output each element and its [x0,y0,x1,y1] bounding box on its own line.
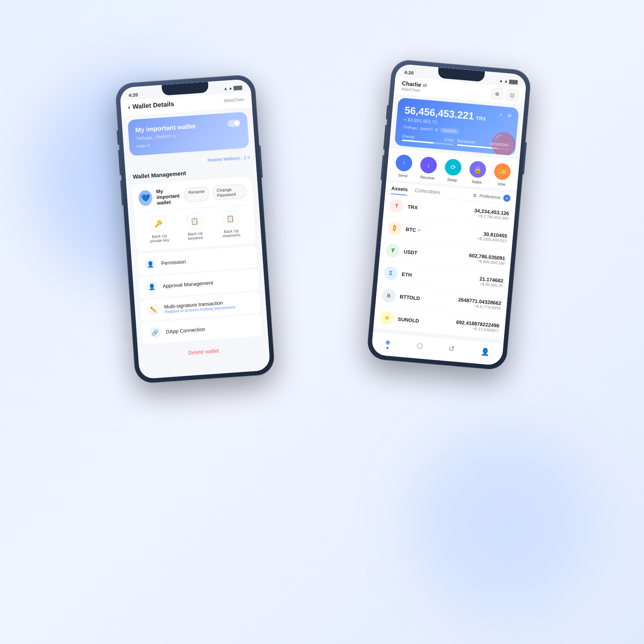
permission-icon: 👤 [144,258,156,270]
nav-discover-icon: ⬡ [416,341,423,350]
wallet-action-buttons: Rename Change Password [183,184,247,203]
swap-label: Swap [447,177,457,182]
wallet-name-label: My important wallet [156,187,180,206]
wallet-toggle[interactable] [227,119,240,127]
tab-assets[interactable]: Assets [391,182,408,195]
nav-dot [386,347,389,349]
stake-icon: 🔒 [469,161,487,179]
stake-action[interactable]: 🔒 Stake [468,161,487,185]
receive-action[interactable]: ↓ Receive [419,156,437,181]
dapp-label: DApp Connection [166,326,205,335]
trx-icon: T [389,199,404,213]
backup-mnemonic-icon: 📋 [222,211,238,227]
backup-keystore-icon: 📋 [186,213,203,229]
usdt-icon: ₮ [385,243,400,258]
non-hd-badge: Non-HD [440,127,459,134]
add-asset-button[interactable]: + [503,194,511,202]
backup-keystore[interactable]: 📋 Back Upkeystore [180,213,210,241]
eth-name: ETH [401,271,412,278]
nav-profile[interactable]: 👤 [480,347,490,356]
trx-values: 34,234,453.126 ≈$ 2,760,842,982 [474,208,509,220]
status-icons-left: ▲ ▲ ▓▓▓ [223,85,242,91]
asset-list: T TRX 34,234,453.126 ≈$ 2,760,842,982 ₿ … [373,194,516,340]
eye-icon[interactable]: 👁 [507,113,513,119]
backup-mnemonic[interactable]: 📋 Back Upmnemonic [215,210,246,238]
back-arrow-icon: ‹ [128,103,131,111]
send-label: Send [398,173,408,178]
swap-action[interactable]: ⟳ Swap [444,158,462,183]
dapp-icon: 🔗 [149,326,161,338]
scan-button[interactable]: ⊕ [491,88,504,100]
header-actions: ⊕ ⊡ [491,88,519,101]
backup-mnemonic-label: Back Upmnemonic [222,228,241,238]
tabs-right: ⇅ Preference + [473,192,511,202]
btc-icon: ₿ [387,221,402,235]
approval-icon: 👤 [146,281,158,293]
change-password-button[interactable]: Change Password [212,184,247,201]
stake-label: Stake [472,179,482,184]
btc-name: BTC ✓ [405,226,421,234]
back-button[interactable]: ‹ Wallet Details [128,100,174,111]
nav-discover[interactable]: ⬡ [416,341,423,350]
vote-label: Vote [497,181,506,186]
send-icon: ↑ [395,154,413,172]
energy-item: Energy 37/60 [402,134,454,145]
balance-card: 👁 ↗ 56,456,453.221 TRX ≈ $3,951,951.71 T… [394,97,519,156]
backup-row: 🔑 Back Upprivate key 📋 Back Upkeystore 📋… [140,205,250,245]
bttold-name: BTTOLD [400,294,420,301]
wallet-avatar: 💙 [138,190,153,206]
nav-history[interactable]: ↺ [448,344,455,353]
backup-key-label: Back Upprivate key [150,233,170,243]
preference-label[interactable]: Preference [479,193,501,200]
usdt-name: USDT [404,249,418,255]
backup-private-key[interactable]: 🔑 Back Upprivate key [144,215,174,243]
sunold-name: SUNOLD [397,316,419,324]
multisig-icon: ✏️ [147,304,160,316]
usdt-values: 602,786.035091 ≈$ 606,000.199 [468,252,505,265]
btc-values: 30.810455 ≈$ 1555,934,813 [477,230,508,243]
nav-history-icon: ↺ [448,344,455,353]
approval-label: Approval Management [162,280,213,289]
header-chain-left: MainChain [224,97,244,103]
receive-label: Receive [420,175,435,180]
nav-assets[interactable]: ◈ [385,337,391,349]
receive-icon: ↓ [420,156,438,174]
qr-button[interactable]: ⊡ [506,89,518,102]
time-left: 4:20 [128,92,138,98]
vote-action[interactable]: 🎫 Vote [493,163,511,187]
right-phone: 4:20 ▲ ▲ ▓▓▓ Charlie ⇄ MainChain ⊕ ⊡ [366,59,532,371]
trx-name: TRX [408,204,418,210]
nav-assets-icon: ◈ [385,337,391,346]
expand-icon[interactable]: ↗ [498,112,503,118]
header-title: Wallet Details [132,100,175,111]
time-right: 4:20 [404,69,414,75]
backup-keystore-label: Back Upkeystore [188,231,203,241]
permission-label: Permission [161,259,186,266]
eth-icon: Ξ [384,266,398,280]
eth-values: 21.174682 ≈$ 85,885.35 [479,276,503,288]
management-card: 💙 My important wallet Rename Change Pass… [132,176,256,252]
status-icons-right: ▲ ▲ ▓▓▓ [499,78,518,84]
user-info: Charlie ⇄ MainChain [401,80,428,93]
sunold-icon: ☀ [380,311,394,325]
preference-icon: ⇅ [473,193,477,198]
rename-button[interactable]: Rename [183,186,210,203]
copy-icon[interactable]: ⧉ [173,134,176,139]
wallet-card: My important wallet THPvaU...Fhn5YC ⧉ In… [127,112,249,156]
backup-key-icon: 🔑 [151,216,167,232]
vote-icon: 🎫 [493,163,511,181]
swap-icon: ⟳ [444,158,462,176]
sunold-values: 692.418878222498 ≈$ 13.5483871 [456,319,500,333]
send-action[interactable]: ↑ Send [394,154,413,179]
nav-profile-icon: 👤 [480,347,490,356]
tab-collectibles[interactable]: Collectibles [414,184,441,198]
bttold-values: 2648771.04328662 ≈$ 6.77419355 [458,297,502,310]
bttold-icon: B [381,288,396,303]
left-phone: 4:20 ▲ ▲ ▓▓▓ ‹ Wallet Details MainChain … [115,74,275,384]
